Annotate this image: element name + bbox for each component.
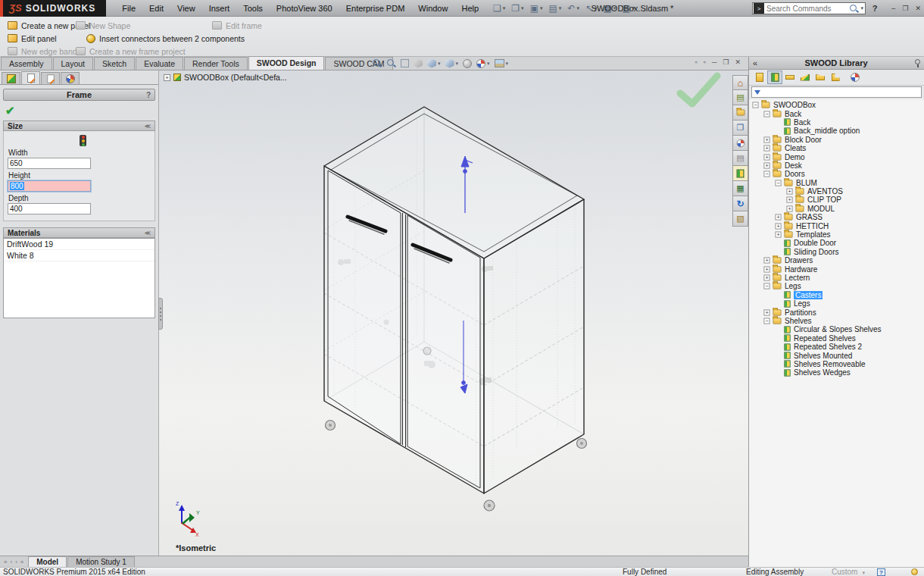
- tree-node-repeated-shelves-2[interactable]: Repeated Shelves 2: [749, 343, 924, 351]
- size-group-header[interactable]: Size ≪: [3, 121, 155, 131]
- doc-restore-icon[interactable]: ❐: [723, 58, 729, 66]
- tab-motion-study[interactable]: Motion Study 1: [67, 556, 135, 567]
- tree-node-shelves[interactable]: −Shelves: [749, 317, 924, 325]
- tree-node-clip-top[interactable]: +CLIP TOP: [749, 196, 924, 204]
- taskpane-custom-properties-icon[interactable]: ▤: [732, 151, 748, 166]
- graphics-viewport[interactable]: + SWOODBox (Default<Defa...: [159, 70, 748, 556]
- save-icon[interactable]: ▣▾: [529, 2, 545, 14]
- collapse-minus-icon[interactable]: −: [763, 111, 769, 117]
- quick-tips-icon[interactable]: ?: [877, 568, 885, 576]
- tree-label[interactable]: Partitions: [785, 308, 816, 317]
- tree-label[interactable]: Shelves Mounted: [794, 352, 852, 360]
- menu-view[interactable]: View: [170, 2, 202, 15]
- taskpane-swood-reports-icon[interactable]: ▧: [732, 211, 748, 227]
- taskpane-file-explorer-icon[interactable]: [732, 105, 748, 121]
- collapse-minus-icon[interactable]: −: [763, 318, 769, 324]
- dropdown-arrow-icon[interactable]: ▾: [540, 5, 543, 11]
- tree-node-shelves-mounted[interactable]: Shelves Mounted: [749, 351, 924, 359]
- materials-filter-icon[interactable]: [848, 70, 863, 84]
- dropdown-arrow-icon[interactable]: ▾: [438, 61, 441, 67]
- tree-label[interactable]: Back: [785, 110, 801, 118]
- edit-panel-button[interactable]: Edit panel: [8, 33, 57, 44]
- taskpane-swood-update-icon[interactable]: ↻: [732, 196, 748, 211]
- tree-label[interactable]: Shelves: [785, 317, 812, 325]
- expand-plus-icon[interactable]: +: [786, 189, 792, 195]
- dropdown-arrow-icon[interactable]: ▾: [506, 61, 509, 67]
- tab-scroll-buttons[interactable]: « ‹ › »: [0, 556, 27, 567]
- expand-plus-icon[interactable]: +: [786, 205, 792, 211]
- collapse-minus-icon[interactable]: −: [752, 102, 758, 108]
- menu-window[interactable]: Window: [411, 2, 454, 15]
- zoom-to-area-icon[interactable]: [386, 58, 396, 68]
- tree-node-hardware[interactable]: +Hardware: [749, 265, 924, 273]
- tree-label[interactable]: Circular & Slopes Shelves: [794, 325, 882, 333]
- tree-label[interactable]: Templates: [796, 230, 831, 239]
- menu-insert[interactable]: Insert: [202, 2, 237, 15]
- new-document-icon[interactable]: ❏▾: [492, 2, 507, 14]
- zoom-to-fit-icon[interactable]: [372, 58, 382, 68]
- expand-plus-icon[interactable]: +: [763, 154, 769, 160]
- tree-label[interactable]: GRASS: [796, 213, 823, 221]
- collapse-minus-icon[interactable]: −: [763, 171, 769, 177]
- dropdown-arrow-icon[interactable]: ▾: [503, 5, 506, 11]
- material-item[interactable]: DriftWood 19: [4, 239, 155, 250]
- flyout-feature-tree[interactable]: + SWOODBox (Default<Defa...: [164, 73, 287, 82]
- tree-node-lectern[interactable]: +Lectern: [749, 274, 924, 282]
- cabinet-model-3d[interactable]: Z X Y: [159, 70, 748, 556]
- expand-plus-icon[interactable]: +: [775, 214, 781, 221]
- menu-help[interactable]: Help: [454, 2, 485, 15]
- tree-node-double-door[interactable]: Double Door: [749, 239, 924, 247]
- menu-file[interactable]: File: [115, 2, 142, 15]
- search-commands-box[interactable]: > ▾: [752, 2, 866, 14]
- tab-property-manager[interactable]: [21, 71, 40, 84]
- tab-feature-manager[interactable]: [2, 72, 20, 84]
- dropdown-arrow-icon[interactable]: ▾: [487, 61, 490, 67]
- tab-model[interactable]: Model: [28, 556, 67, 567]
- tab-sketch[interactable]: Sketch: [94, 57, 135, 70]
- minimize-button[interactable]: –: [891, 5, 895, 12]
- depth-input[interactable]: 400: [8, 203, 91, 214]
- help-icon[interactable]: ?: [146, 91, 151, 99]
- dropdown-arrow-icon[interactable]: ▾: [521, 5, 524, 11]
- library-filter-row[interactable]: [751, 86, 922, 98]
- expand-plus-icon[interactable]: +: [775, 223, 781, 229]
- tree-node-legs[interactable]: −Legs: [749, 282, 924, 290]
- apply-scene-icon[interactable]: ▾: [495, 59, 509, 67]
- library-filter-input[interactable]: [763, 88, 921, 96]
- tree-label[interactable]: Legs: [794, 299, 810, 308]
- collapse-chevron-icon[interactable]: ≪: [145, 230, 151, 236]
- edgeband-filter-icon[interactable]: [798, 70, 813, 84]
- tree-node-drawers[interactable]: +Drawers: [749, 256, 924, 265]
- materials-list[interactable]: DriftWood 19White 8: [3, 238, 155, 318]
- insert-connectors-button[interactable]: Insert connectors between 2 components: [86, 33, 245, 44]
- next-window-icon[interactable]: ▫: [704, 58, 706, 66]
- edit-appearance-icon[interactable]: ▾: [476, 59, 490, 68]
- tree-node-aventos[interactable]: +AVENTOS: [749, 187, 924, 196]
- tab-layout[interactable]: Layout: [53, 57, 94, 70]
- tree-label[interactable]: CLIP TOP: [807, 196, 841, 204]
- tree-node-back[interactable]: Back: [749, 118, 924, 127]
- configuration-selector[interactable]: Custom▾: [832, 568, 865, 576]
- tab-render-tools[interactable]: Render Tools: [184, 57, 248, 70]
- section-view-icon[interactable]: [414, 59, 423, 68]
- search-input[interactable]: [766, 5, 849, 13]
- tree-node-cleats[interactable]: +Cleats: [749, 144, 924, 152]
- tree-label[interactable]: Doors: [785, 170, 805, 178]
- tree-node-desk[interactable]: +Desk: [749, 161, 924, 170]
- menu-edit[interactable]: Edit: [142, 2, 170, 15]
- tree-node-doors[interactable]: −Doors: [749, 170, 924, 178]
- tree-node-demo[interactable]: +Demo: [749, 152, 924, 161]
- tree-node-blum[interactable]: −BLUM: [749, 179, 924, 187]
- scroll-last-icon[interactable]: »: [20, 559, 23, 565]
- scroll-first-icon[interactable]: «: [4, 559, 7, 565]
- scroll-next-icon[interactable]: ›: [15, 559, 17, 565]
- tree-node-legs[interactable]: Legs: [749, 299, 924, 308]
- tree-label[interactable]: HETTICH: [796, 222, 829, 230]
- collapse-minus-icon[interactable]: −: [775, 180, 781, 186]
- tree-label[interactable]: Desk: [785, 161, 802, 170]
- taskpane-view-palette-icon[interactable]: ❐: [732, 121, 748, 136]
- expand-plus-icon[interactable]: +: [763, 162, 769, 168]
- materials-group-header[interactable]: Materials ≪: [3, 227, 155, 238]
- collapse-chevron-icon[interactable]: ≪: [145, 123, 151, 130]
- close-button[interactable]: ✕: [915, 5, 921, 12]
